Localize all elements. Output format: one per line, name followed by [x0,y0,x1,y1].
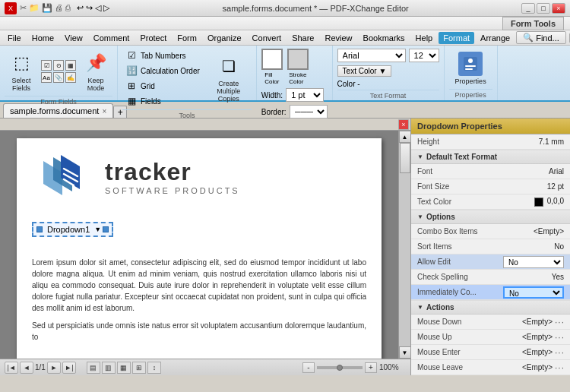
menu-arrange[interactable]: Arrange [476,32,515,44]
undo-redo-group: ↩ ↪ ◁ ▷ [77,3,109,13]
body-paragraph-2: Sed ut perspiciatis unde omnis iste natu… [32,320,366,343]
font-size-row: Font Size 12 pt [411,179,570,194]
create-copies-label: Create Multiple Copies [211,80,247,103]
find-icon: 🔍 [523,33,534,43]
immediately-select[interactable]: No Yes [503,286,564,299]
scroll-up-btn[interactable]: ▲ [399,131,411,143]
calculation-order-btn[interactable]: 🔢 Calculation Order [122,64,203,77]
find-search-area: 🔍 Find... Search... [516,31,570,44]
window-title: sample.forms.document * — PDF-XChange Ed… [223,4,409,13]
section-default-text[interactable]: ▼ Default Text Format [411,150,570,164]
doc-close-btn[interactable]: × [398,119,409,130]
minimize-btn[interactable]: _ [521,3,535,14]
menu-help[interactable]: Help [411,32,438,44]
color-dash-label: Color - [337,80,360,88]
text-color-row: Text Color 0,0,0 [411,194,570,210]
text-color-btn[interactable]: Text Color ▼ [337,65,392,77]
layout-btn-2[interactable]: ▥ [102,362,116,374]
tracker-logo: tracker SOFTWARE PRODUCTS [32,153,366,207]
svg-rect-3 [465,68,473,70]
scroll-track[interactable] [399,143,410,346]
layout-btn-1[interactable]: ▤ [87,362,100,374]
select-fields-button[interactable]: ⬚ SelectFields [5,49,38,94]
nav-next-btn[interactable]: ► [47,362,61,374]
font-family-select[interactable]: Arial [337,49,406,62]
menu-form[interactable]: Form [173,32,201,44]
menu-file[interactable]: File [3,32,26,44]
history-arrows: ◁ ▷ [95,3,109,13]
stroke-color-swatch[interactable] [287,49,309,70]
border-select[interactable]: ───── [290,105,328,119]
allow-edit-select[interactable]: No Yes [503,256,564,268]
zoom-in-btn[interactable]: + [365,362,377,373]
menu-home[interactable]: Home [27,32,59,44]
stroke-color-label: StrokeColor [289,71,306,85]
properties-content: Properties [449,49,492,87]
font-size-row: Arial 12 pt [337,49,439,62]
calc-order-icon: 🔢 [125,65,138,77]
section-actions[interactable]: ▼ Actions [411,300,570,315]
form-field-icons: ☑ ⊙ ▦ Aa 📎 ✍ [41,60,76,83]
zoom-out-btn[interactable]: - [302,362,315,373]
menu-share[interactable]: Share [287,32,318,44]
nav-prev-btn[interactable]: ◄ [20,362,33,374]
mouse-down-label: Mouse Down [417,318,485,326]
logo-main-text: tracker [105,158,240,186]
undo-btn[interactable]: ↩ [77,3,84,13]
menu-protect[interactable]: Protect [135,32,171,44]
select-fields-label: SelectFields [11,77,30,92]
close-btn[interactable]: × [552,3,565,14]
svg-point-1 [468,58,473,63]
menu-view[interactable]: View [60,32,87,44]
tools-group-content: ☑ Tab Numbers 🔢 Calculation Order ⊞ Grid… [122,49,252,108]
menu-comment[interactable]: Comment [89,32,135,44]
mouse-up-dots[interactable]: ··· [553,332,567,343]
form-tools-label: Form Tools [502,17,564,30]
width-select[interactable]: 1 pt [286,88,324,102]
fields-group-label: Form Fields [5,96,112,106]
tab-close-btn[interactable]: × [102,107,106,115]
menu-convert[interactable]: Convert [248,32,287,44]
font-size-value: 12 pt [491,182,565,191]
fields-btn[interactable]: ▦ Fields [122,94,203,108]
zoom-thumb[interactable] [337,365,343,371]
scroll-thumb[interactable] [400,143,410,173]
menu-format[interactable]: Format [439,32,474,44]
mouse-down-dots[interactable]: ··· [553,317,567,327]
menu-organize[interactable]: Organize [203,32,246,44]
grid-btn[interactable]: ⊞ Grid [122,79,203,93]
layout-btn-3[interactable]: ▦ [117,362,131,374]
svg-rect-2 [465,65,476,67]
maximize-btn[interactable]: □ [537,3,550,14]
grid-icon: ⊞ [125,80,138,92]
text-format-content: Arial 12 pt Text Color ▼ Color - [337,49,439,88]
field-icons-row1: ☑ ⊙ ▦ [41,60,76,71]
mouse-enter-dots[interactable]: ··· [553,347,567,358]
vertical-scrollbar[interactable]: ▲ ▼ [398,131,410,359]
zoom-controls: - + 100% [302,362,406,373]
section-options[interactable]: ▼ Options [411,210,570,224]
menu-bookmarks[interactable]: Bookmarks [359,32,410,44]
keep-mode-button[interactable]: 📌 KeepMode [79,49,112,94]
nav-last-btn[interactable]: ►| [62,362,76,374]
select-fields-icon: ⬚ [9,51,33,75]
dropdown-field[interactable]: Dropdown1 ▼ [32,222,113,237]
tab-numbers-btn[interactable]: ☑ Tab Numbers [122,49,203,62]
scroll-down-btn[interactable]: ▼ [399,346,411,359]
properties-button[interactable]: Properties [449,49,492,87]
menu-review[interactable]: Review [320,32,356,44]
text-color-label: Text Color [417,198,491,206]
tab-numbers-icon: ☑ [125,49,138,62]
zoom-slider[interactable] [317,366,363,369]
nav-first-btn[interactable]: |◄ [5,362,18,374]
layout-btn-4[interactable]: ⊞ [132,362,146,374]
window-controls[interactable]: _ □ × [521,3,565,14]
tab-numbers-label: Tab Numbers [141,52,185,60]
redo-btn[interactable]: ↪ [86,3,93,13]
font-size-select[interactable]: 12 pt [409,49,439,62]
fill-color-swatch[interactable] [261,49,283,70]
layout-btn-5[interactable]: ↕ [147,362,161,374]
mouse-leave-dots[interactable]: ··· [553,362,567,373]
create-copies-btn[interactable]: ❏ Create Multiple Copies [206,52,252,105]
find-button[interactable]: 🔍 Find... [516,31,566,44]
